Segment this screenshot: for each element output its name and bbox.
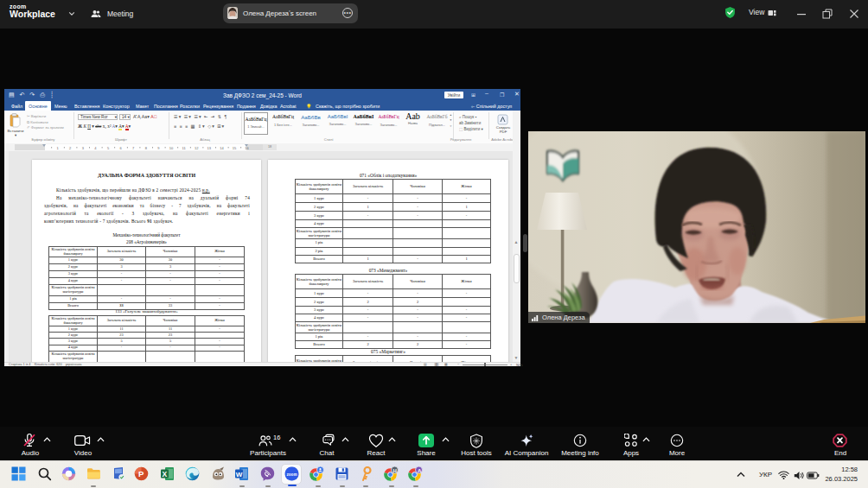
svg-text:P: P xyxy=(138,469,144,478)
svg-text:12: 12 xyxy=(195,146,199,150)
svg-text:A: A xyxy=(418,468,422,473)
svg-text:W: W xyxy=(236,471,243,478)
svg-text:1: 1 xyxy=(56,146,59,150)
svg-text:8: 8 xyxy=(145,146,148,150)
svg-text:5: 5 xyxy=(107,146,110,150)
svg-text:15: 15 xyxy=(233,146,237,150)
svg-text:2: 2 xyxy=(69,146,72,150)
svg-text:zoom: zoom xyxy=(287,472,297,477)
svg-text:3: 3 xyxy=(82,146,85,150)
svg-text:4: 4 xyxy=(94,146,97,150)
svg-text:H: H xyxy=(393,468,397,473)
svg-text:6: 6 xyxy=(119,146,122,150)
svg-text:9: 9 xyxy=(157,146,160,150)
svg-text:10: 10 xyxy=(169,146,174,150)
svg-text:X: X xyxy=(163,470,168,478)
svg-text:7: 7 xyxy=(132,146,135,150)
svg-text:11: 11 xyxy=(182,146,187,150)
svg-text:14: 14 xyxy=(220,146,224,150)
svg-text:13: 13 xyxy=(207,146,212,150)
